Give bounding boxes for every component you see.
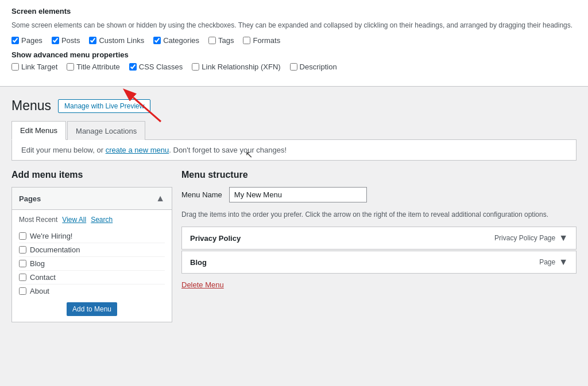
checkbox-pages[interactable]: Pages <box>11 36 42 45</box>
menu-item-right: Privacy Policy Page ▼ <box>494 233 568 243</box>
info-bar-text-after: . Don't forget to save your changes! <box>169 146 287 154</box>
main-columns: Add menu items Pages ▲ Most Recent View … <box>11 170 577 322</box>
checkbox-title-attribute[interactable]: Title Attribute <box>67 63 119 71</box>
accordion-pages-body: Most Recent View All Search We're Hiring… <box>12 210 172 322</box>
checkbox-link-relationship[interactable]: Link Relationship (XFN) <box>192 63 280 71</box>
menu-item-right: Page ▼ <box>539 257 568 267</box>
page-tab-view-all[interactable]: View All <box>62 216 86 224</box>
menu-structure-heading: Menu structure <box>181 170 577 180</box>
page-checkbox-documentation[interactable] <box>19 246 26 254</box>
pages-list: We're Hiring! Documentation Blog <box>19 229 165 298</box>
menu-item-blog[interactable]: Blog Page ▼ <box>181 251 577 274</box>
page-title: Menus <box>11 98 51 114</box>
accordion-toggle-icon: ▲ <box>156 193 165 204</box>
list-item: We're Hiring! <box>19 229 165 243</box>
advanced-checkboxes: Link Target Title Attribute CSS Classes … <box>11 63 577 71</box>
menu-name-row: Menu Name <box>181 187 577 202</box>
accordion-pages-header[interactable]: Pages ▲ <box>12 188 172 210</box>
drag-hint-text: Drag the items into the order you prefer… <box>181 209 577 220</box>
menu-structure-column: Menu structure Menu Name Drag the items … <box>181 170 577 289</box>
list-item: Documentation <box>19 243 165 257</box>
menu-item-title: Blog <box>190 258 207 267</box>
screen-options-description: Some screen elements can be shown or hid… <box>11 20 577 30</box>
page-checkbox-blog[interactable] <box>19 260 26 267</box>
checkbox-description[interactable]: Description <box>290 63 337 71</box>
delete-menu-link[interactable]: Delete Menu <box>181 275 577 289</box>
tab-edit-menus[interactable]: Edit Menus <box>11 121 66 140</box>
menu-item-privacy-policy[interactable]: Privacy Policy Privacy Policy Page ▼ <box>181 227 577 249</box>
list-item: About <box>19 284 165 298</box>
page-tab-most-recent[interactable]: Most Recent <box>19 216 57 224</box>
page-sub-tabs: Most Recent View All Search <box>19 216 165 224</box>
add-to-menu-button[interactable]: Add to Menu <box>67 302 117 316</box>
page-label-contact: Contact <box>30 273 56 282</box>
menu-item-expand-button[interactable]: ▼ <box>559 233 568 243</box>
tabs-bar: Edit Menus Manage Locations <box>11 120 577 140</box>
info-bar-text-before: Edit your menu below, or <box>21 146 106 154</box>
live-preview-button[interactable]: Manage with Live Preview <box>58 99 150 113</box>
page-label-blog: Blog <box>30 259 45 268</box>
list-item: Contact <box>19 271 165 284</box>
create-new-menu-link[interactable]: create a new menu <box>106 146 169 154</box>
menu-name-input[interactable] <box>229 187 367 202</box>
menu-item-type: Page <box>539 258 555 266</box>
page-checkbox-hiring[interactable] <box>19 232 26 240</box>
checkbox-posts[interactable]: Posts <box>52 36 80 45</box>
list-item: Blog <box>19 257 165 271</box>
screen-options-title: Screen elements <box>11 7 577 15</box>
menu-name-label: Menu Name <box>181 190 222 199</box>
tab-manage-locations[interactable]: Manage Locations <box>67 121 145 140</box>
delete-menu-anchor[interactable]: Delete Menu <box>181 280 224 289</box>
page-checkbox-contact[interactable] <box>19 274 26 281</box>
screen-elements-checkboxes: Pages Posts Custom Links Categories Tags… <box>11 36 577 45</box>
checkbox-custom-links[interactable]: Custom Links <box>89 36 144 45</box>
page-label-documentation: Documentation <box>30 245 80 254</box>
add-menu-items-column: Add menu items Pages ▲ Most Recent View … <box>11 170 172 322</box>
advanced-props-label: Show advanced menu properties <box>11 50 577 59</box>
checkbox-tags[interactable]: Tags <box>208 36 234 45</box>
menu-item-title: Privacy Policy <box>190 234 241 243</box>
menus-header: Menus Manage with Live Preview <box>11 98 577 114</box>
menu-item-type: Privacy Policy Page <box>494 234 555 242</box>
pages-accordion: Pages ▲ Most Recent View All Search W <box>11 187 172 322</box>
checkbox-css-classes[interactable]: CSS Classes <box>129 63 183 71</box>
add-to-menu-bar: Add to Menu <box>19 302 165 316</box>
checkbox-link-target[interactable]: Link Target <box>11 63 57 71</box>
add-menu-items-heading: Add menu items <box>11 170 172 180</box>
info-bar: Edit your menu below, or create a new me… <box>11 140 577 161</box>
page-label-about: About <box>30 287 49 295</box>
checkbox-formats[interactable]: Formats <box>243 36 280 45</box>
accordion-pages-title: Pages <box>19 194 41 203</box>
checkbox-categories[interactable]: Categories <box>153 36 199 45</box>
page-tab-search[interactable]: Search <box>91 216 113 224</box>
page-label-hiring: We're Hiring! <box>30 232 72 240</box>
page-checkbox-about[interactable] <box>19 287 26 295</box>
menu-item-expand-button[interactable]: ▼ <box>559 257 568 267</box>
